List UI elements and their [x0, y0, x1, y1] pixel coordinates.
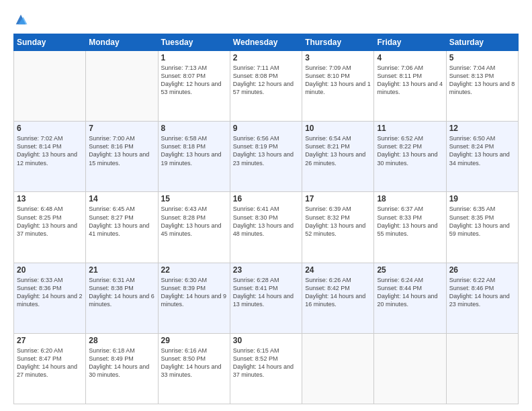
calendar-cell: 28Sunrise: 6:18 AMSunset: 8:49 PMDayligh…	[86, 333, 158, 404]
day-info: Sunrise: 6:15 AMSunset: 8:52 PMDaylight:…	[233, 347, 299, 379]
day-number: 14	[89, 194, 154, 203]
day-info: Sunrise: 6:43 AMSunset: 8:28 PMDaylight:…	[161, 205, 227, 238]
logo-icon	[13, 12, 28, 27]
day-info: Sunrise: 6:20 AMSunset: 8:47 PMDaylight:…	[17, 347, 83, 379]
calendar-cell: 20Sunrise: 6:33 AMSunset: 8:36 PMDayligh…	[14, 263, 86, 333]
calendar-cell: 10Sunrise: 6:54 AMSunset: 8:21 PMDayligh…	[302, 122, 374, 192]
day-number: 13	[17, 194, 83, 203]
day-info: Sunrise: 6:41 AMSunset: 8:30 PMDaylight:…	[233, 205, 299, 238]
calendar-week-row: 20Sunrise: 6:33 AMSunset: 8:36 PMDayligh…	[14, 263, 519, 333]
calendar-cell: 27Sunrise: 6:20 AMSunset: 8:47 PMDayligh…	[14, 333, 86, 404]
day-info: Sunrise: 6:33 AMSunset: 8:36 PMDaylight:…	[17, 276, 83, 309]
calendar-header-sunday: Sunday	[14, 34, 86, 51]
day-number: 7	[89, 124, 154, 133]
day-info: Sunrise: 6:39 AMSunset: 8:32 PMDaylight:…	[305, 205, 371, 238]
calendar-cell: 15Sunrise: 6:43 AMSunset: 8:28 PMDayligh…	[158, 192, 230, 263]
day-number: 25	[377, 265, 443, 275]
day-info: Sunrise: 6:50 AMSunset: 8:24 PMDaylight:…	[449, 134, 515, 167]
day-info: Sunrise: 6:58 AMSunset: 8:18 PMDaylight:…	[161, 134, 227, 167]
calendar-cell: 12Sunrise: 6:50 AMSunset: 8:24 PMDayligh…	[446, 122, 518, 192]
day-info: Sunrise: 6:18 AMSunset: 8:49 PMDaylight:…	[89, 347, 154, 379]
calendar-cell: 25Sunrise: 6:24 AMSunset: 8:44 PMDayligh…	[374, 263, 446, 333]
day-number: 1	[161, 53, 227, 62]
day-info: Sunrise: 6:26 AMSunset: 8:42 PMDaylight:…	[305, 276, 371, 309]
page: SundayMondayTuesdayWednesdayThursdayFrid…	[0, 0, 532, 411]
calendar-cell: 14Sunrise: 6:45 AMSunset: 8:27 PMDayligh…	[86, 192, 158, 263]
calendar-cell: 18Sunrise: 6:37 AMSunset: 8:33 PMDayligh…	[374, 192, 446, 263]
calendar-cell: 23Sunrise: 6:28 AMSunset: 8:41 PMDayligh…	[230, 263, 302, 333]
calendar-cell: 19Sunrise: 6:35 AMSunset: 8:35 PMDayligh…	[446, 192, 518, 263]
day-number: 27	[17, 336, 83, 345]
day-number: 11	[377, 124, 443, 133]
calendar-cell: 4Sunrise: 7:06 AMSunset: 8:11 PMDaylight…	[374, 51, 446, 122]
calendar-week-row: 13Sunrise: 6:48 AMSunset: 8:25 PMDayligh…	[14, 192, 519, 263]
calendar-cell: 2Sunrise: 7:11 AMSunset: 8:08 PMDaylight…	[230, 51, 302, 122]
day-number: 26	[449, 265, 515, 275]
day-info: Sunrise: 7:13 AMSunset: 8:07 PMDaylight:…	[161, 64, 227, 97]
day-number: 10	[305, 124, 371, 133]
calendar-cell: 24Sunrise: 6:26 AMSunset: 8:42 PMDayligh…	[302, 263, 374, 333]
calendar-cell	[86, 51, 158, 122]
calendar-cell: 21Sunrise: 6:31 AMSunset: 8:38 PMDayligh…	[86, 263, 158, 333]
day-info: Sunrise: 7:02 AMSunset: 8:14 PMDaylight:…	[17, 134, 83, 167]
calendar-cell: 29Sunrise: 6:16 AMSunset: 8:50 PMDayligh…	[158, 333, 230, 404]
calendar-cell: 22Sunrise: 6:30 AMSunset: 8:39 PMDayligh…	[158, 263, 230, 333]
calendar-cell: 3Sunrise: 7:09 AMSunset: 8:10 PMDaylight…	[302, 51, 374, 122]
day-number: 19	[449, 194, 515, 203]
day-info: Sunrise: 6:52 AMSunset: 8:22 PMDaylight:…	[377, 134, 443, 167]
calendar-cell: 6Sunrise: 7:02 AMSunset: 8:14 PMDaylight…	[14, 122, 86, 192]
day-number: 4	[377, 53, 443, 62]
day-number: 15	[161, 194, 227, 203]
day-info: Sunrise: 6:37 AMSunset: 8:33 PMDaylight:…	[377, 205, 443, 238]
day-info: Sunrise: 6:31 AMSunset: 8:38 PMDaylight:…	[89, 276, 154, 309]
day-info: Sunrise: 7:06 AMSunset: 8:11 PMDaylight:…	[377, 64, 443, 97]
day-number: 21	[89, 265, 154, 275]
calendar-table: SundayMondayTuesdayWednesdayThursdayFrid…	[13, 34, 519, 404]
day-number: 16	[233, 194, 299, 203]
day-number: 9	[233, 124, 299, 133]
day-info: Sunrise: 6:45 AMSunset: 8:27 PMDaylight:…	[89, 205, 154, 238]
day-info: Sunrise: 7:09 AMSunset: 8:10 PMDaylight:…	[305, 64, 371, 97]
day-number: 20	[17, 265, 83, 275]
calendar-week-row: 27Sunrise: 6:20 AMSunset: 8:47 PMDayligh…	[14, 333, 519, 404]
day-info: Sunrise: 7:04 AMSunset: 8:13 PMDaylight:…	[449, 64, 515, 97]
day-info: Sunrise: 6:22 AMSunset: 8:46 PMDaylight:…	[449, 276, 515, 309]
day-info: Sunrise: 6:56 AMSunset: 8:19 PMDaylight:…	[233, 134, 299, 167]
calendar-header-tuesday: Tuesday	[158, 34, 230, 51]
calendar-header-thursday: Thursday	[302, 34, 374, 51]
calendar-header-friday: Friday	[374, 34, 446, 51]
day-number: 23	[233, 265, 299, 275]
calendar-cell: 16Sunrise: 6:41 AMSunset: 8:30 PMDayligh…	[230, 192, 302, 263]
calendar-header-monday: Monday	[86, 34, 158, 51]
calendar-header-saturday: Saturday	[446, 34, 518, 51]
calendar-cell	[446, 333, 518, 404]
logo	[13, 12, 31, 27]
day-info: Sunrise: 7:00 AMSunset: 8:16 PMDaylight:…	[89, 134, 154, 167]
day-number: 2	[233, 53, 299, 62]
calendar-cell: 5Sunrise: 7:04 AMSunset: 8:13 PMDaylight…	[446, 51, 518, 122]
calendar-cell	[374, 333, 446, 404]
calendar-cell: 17Sunrise: 6:39 AMSunset: 8:32 PMDayligh…	[302, 192, 374, 263]
day-info: Sunrise: 6:28 AMSunset: 8:41 PMDaylight:…	[233, 276, 299, 309]
day-info: Sunrise: 6:24 AMSunset: 8:44 PMDaylight:…	[377, 276, 443, 309]
calendar-header-row: SundayMondayTuesdayWednesdayThursdayFrid…	[14, 34, 519, 51]
calendar-week-row: 6Sunrise: 7:02 AMSunset: 8:14 PMDaylight…	[14, 122, 519, 192]
day-number: 12	[449, 124, 515, 133]
day-number: 17	[305, 194, 371, 203]
calendar-header-wednesday: Wednesday	[230, 34, 302, 51]
calendar-cell	[14, 51, 86, 122]
day-info: Sunrise: 6:30 AMSunset: 8:39 PMDaylight:…	[161, 276, 227, 309]
calendar-cell: 8Sunrise: 6:58 AMSunset: 8:18 PMDaylight…	[158, 122, 230, 192]
calendar-cell: 11Sunrise: 6:52 AMSunset: 8:22 PMDayligh…	[374, 122, 446, 192]
day-number: 22	[161, 265, 227, 275]
calendar-cell	[302, 333, 374, 404]
header	[13, 12, 519, 27]
day-number: 6	[17, 124, 83, 133]
day-info: Sunrise: 6:35 AMSunset: 8:35 PMDaylight:…	[449, 205, 515, 238]
calendar-cell: 1Sunrise: 7:13 AMSunset: 8:07 PMDaylight…	[158, 51, 230, 122]
day-info: Sunrise: 7:11 AMSunset: 8:08 PMDaylight:…	[233, 64, 299, 97]
day-info: Sunrise: 6:48 AMSunset: 8:25 PMDaylight:…	[17, 205, 83, 238]
day-number: 24	[305, 265, 371, 275]
day-number: 8	[161, 124, 227, 133]
day-number: 3	[305, 53, 371, 62]
